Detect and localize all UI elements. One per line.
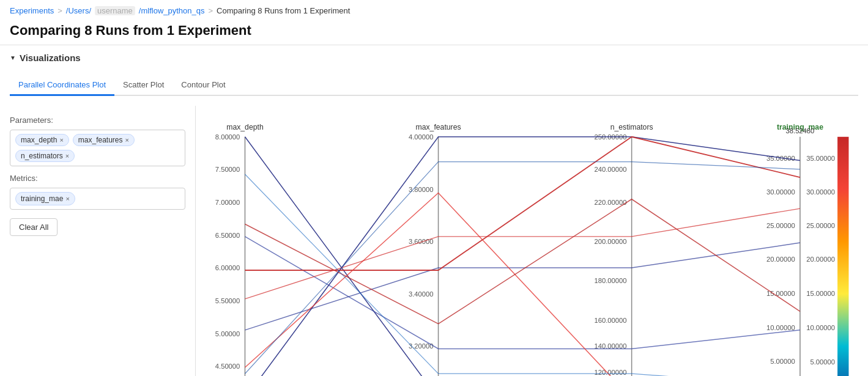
tag-n-estimators-label: n_estimators <box>21 152 63 160</box>
tick-max-depth-8: 8.00000 <box>215 133 240 141</box>
breadcrumb-sep3: > <box>209 6 213 15</box>
colorbar-tick-5: 5.00000 <box>811 358 836 366</box>
colorbar-rect <box>837 137 848 376</box>
tag-n-estimators-remove[interactable]: × <box>65 152 69 160</box>
tab-parallel-coordinates[interactable]: Parallel Coordinates Plot <box>10 75 114 96</box>
tick-n-est-220: 220.00000 <box>595 199 627 206</box>
tag-max-depth: max_depth × <box>15 134 69 146</box>
tick-max-depth-5: 5.00000 <box>215 330 240 337</box>
tick-mae-30: 30.00000 <box>766 188 795 196</box>
colorbar-tick-30: 30.00000 <box>806 188 835 196</box>
tick-max-features-3.8: 3.80000 <box>409 186 434 193</box>
pcoord-line-r3 <box>245 199 799 324</box>
tick-mae-15: 15.00000 <box>766 290 795 297</box>
parameters-tag-container[interactable]: max_depth × max_features × n_estimators … <box>10 130 185 166</box>
chevron-down-icon[interactable]: ▼ <box>10 54 16 61</box>
tick-max-depth-5.5: 5.50000 <box>215 297 240 304</box>
clear-all-button[interactable]: Clear All <box>10 218 57 236</box>
tick-max-depth-4.5: 4.50000 <box>215 363 240 370</box>
main-content: Parameters: max_depth × max_features × n… <box>0 106 868 376</box>
sidebar: Parameters: max_depth × max_features × n… <box>0 106 196 376</box>
breadcrumb-experiments[interactable]: Experiments <box>10 6 54 15</box>
colorbar-tick-10: 10.00000 <box>806 324 835 331</box>
tag-training-mae: training_mae × <box>15 192 75 205</box>
breadcrumb-users[interactable]: /Users/ <box>66 6 91 15</box>
pcoord-line-b2 <box>245 174 799 376</box>
breadcrumb: Experiments > /Users/ username /mlflow_p… <box>0 0 868 19</box>
tick-n-est-180: 180.00000 <box>595 277 627 284</box>
visualizations-label: Visualizations <box>20 53 81 63</box>
tick-max-depth-6: 6.00000 <box>215 264 240 271</box>
tag-training-mae-label: training_mae <box>21 194 63 203</box>
parallel-coordinates-chart: max_depth max_features n_estimators trai… <box>206 112 858 376</box>
tick-max-features-3.4: 3.40000 <box>409 290 434 298</box>
tick-n-est-240: 240.00000 <box>595 166 627 173</box>
metrics-label: Metrics: <box>10 174 185 183</box>
tab-contour-plot[interactable]: Contour Plot <box>172 75 234 96</box>
tick-mae-10: 10.00000 <box>766 324 795 331</box>
training-mae-max-value: 38.52480 <box>786 127 815 135</box>
colorbar-tick-25: 25.00000 <box>806 222 835 229</box>
tab-scatter-plot[interactable]: Scatter Plot <box>114 75 172 96</box>
tick-max-depth-7.5: 7.50000 <box>215 166 240 173</box>
tag-n-estimators: n_estimators × <box>15 150 75 162</box>
tag-max-features-remove[interactable]: × <box>125 136 129 144</box>
axis-label-n-estimators: n_estimators <box>610 123 653 131</box>
tag-max-features-label: max_features <box>78 136 123 144</box>
tick-max-features-4: 4.00000 <box>409 133 434 141</box>
breadcrumb-mlflow[interactable]: /mlflow_python_qs <box>139 6 205 15</box>
tick-n-est-200: 200.00000 <box>595 238 627 245</box>
tick-n-est-120: 120.00000 <box>595 369 627 376</box>
axis-label-max-depth: max_depth <box>226 123 263 131</box>
parameters-label: Parameters: <box>10 116 185 125</box>
tabs-row: Parallel Coordinates Plot Scatter Plot C… <box>10 75 858 96</box>
tag-max-depth-label: max_depth <box>21 136 57 144</box>
chart-container: max_depth max_features n_estimators trai… <box>206 112 858 376</box>
axis-label-max-features: max_features <box>416 123 461 131</box>
metrics-tag-container[interactable]: training_mae × <box>10 188 185 210</box>
tick-n-est-160: 160.00000 <box>595 317 627 324</box>
breadcrumb-sep1: > <box>57 6 62 15</box>
breadcrumb-username: username <box>95 6 135 15</box>
tag-max-features: max_features × <box>73 134 135 146</box>
chart-area: max_depth max_features n_estimators trai… <box>196 106 868 376</box>
colorbar-tick-35: 35.00000 <box>806 155 835 162</box>
colorbar-tick-15: 15.00000 <box>806 290 835 297</box>
tick-max-depth-6.5: 6.50000 <box>215 232 240 239</box>
tick-mae-25: 25.00000 <box>766 222 795 229</box>
tick-mae-20: 20.00000 <box>766 256 795 263</box>
page-title: Comparing 8 Runs from 1 Experiment <box>0 19 868 45</box>
tag-training-mae-remove[interactable]: × <box>65 195 69 202</box>
breadcrumb-current: Comparing 8 Runs from 1 Experiment <box>217 6 350 15</box>
tag-max-depth-remove[interactable]: × <box>59 136 63 144</box>
colorbar-tick-20: 20.00000 <box>806 256 835 263</box>
tick-mae-5: 5.00000 <box>770 358 795 365</box>
visualizations-header: ▼ Visualizations <box>10 53 858 63</box>
tick-max-depth-7: 7.00000 <box>215 199 240 206</box>
